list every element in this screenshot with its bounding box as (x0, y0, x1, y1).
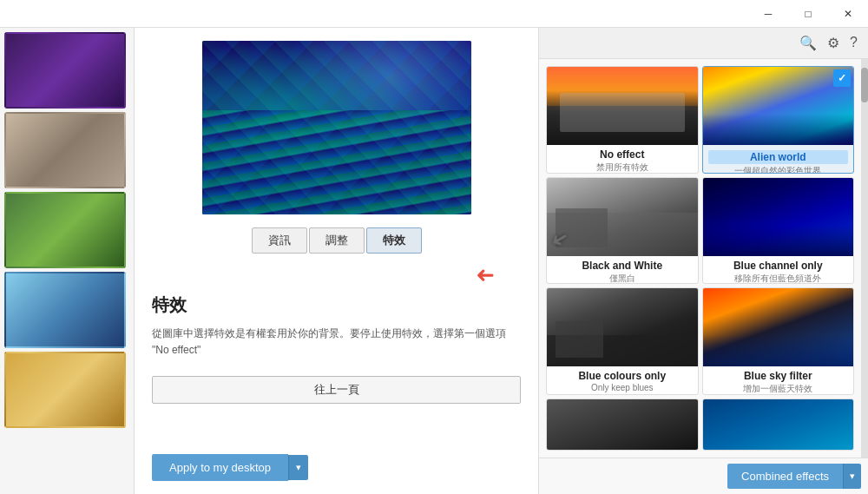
effect-card-blue-channel[interactable]: Blue channel only 移除所有但藍色頻道外 (702, 177, 855, 285)
effect-desc-no-effect: 禁用所有特效 (552, 161, 693, 174)
effect-name-blue-sky: Blue sky filter (708, 370, 849, 382)
apply-dropdown-button[interactable]: ▾ (288, 455, 308, 480)
effect-thumb-no-effect (547, 67, 698, 145)
title-bar: ─ □ ✕ (0, 0, 868, 28)
apply-row: Apply to my desktop ▾ (152, 454, 521, 481)
effect-name-blue-channel: Blue channel only (708, 260, 849, 272)
effect-label-alien-world: Alien world 一個超自然的彩色世界 (703, 145, 854, 174)
scrollbar-thumb[interactable] (861, 68, 868, 102)
selected-checkmark: ✓ (833, 69, 851, 87)
effect-label-blue-colours: Blue colours only Only keep blues (547, 366, 698, 394)
effect-desc-blue-sky: 增加一個藍天特效 (708, 383, 849, 395)
effect-name-blue-colours: Blue colours only (552, 370, 693, 382)
back-button[interactable]: 往上一頁 (152, 376, 521, 404)
apply-button[interactable]: Apply to my desktop (152, 454, 288, 481)
sidebar-thumbnail-3[interactable] (4, 192, 126, 268)
scrollbar-track (861, 59, 868, 458)
effect-card-partial-1[interactable] (546, 398, 699, 451)
preview-image (202, 41, 471, 214)
top-toolbar: 🔍 ⚙ ? (539, 28, 868, 59)
tab-info[interactable]: 資訊 (252, 227, 307, 254)
sidebar-thumbnail-5[interactable] (4, 352, 126, 428)
effect-desc-blue-colours: Only keep blues (552, 383, 693, 392)
section-title: 特效 (152, 293, 521, 317)
section-description: 從圖庫中選擇特效是有權套用於你的背景。要停止使用特效，選擇第一個選項 "No e… (152, 326, 521, 359)
effect-name-no-effect: No effect (552, 148, 693, 161)
effect-label-blue-sky: Blue sky filter 增加一個藍天特效 (703, 366, 854, 395)
minimize-button[interactable]: ─ (748, 0, 788, 28)
sidebar (0, 28, 135, 494)
effect-desc-alien-world: 一個超自然的彩色世界 (708, 165, 849, 174)
effect-name-alien-world: Alien world (708, 150, 849, 164)
search-icon[interactable]: 🔍 (799, 35, 817, 51)
tab-adjust[interactable]: 調整 (309, 227, 365, 254)
effect-card-black-and-white[interactable]: ➜ Black and White 僅黑白 (546, 177, 699, 285)
effect-card-partial-2[interactable] (702, 398, 855, 451)
effect-label-blue-channel: Blue channel only 移除所有但藍色頻道外 (703, 256, 854, 285)
effect-desc-black-and-white: 僅黑白 (552, 273, 693, 285)
tab-effects[interactable]: 特效 (366, 227, 422, 254)
effect-label-black-and-white: Black and White 僅黑白 (547, 256, 698, 285)
effect-card-blue-colours[interactable]: Blue colours only Only keep blues (546, 287, 699, 395)
center-panel: 資訊 調整 特效 ➜ 特效 從圖庫中選擇特效是有權套用於你的背景。要停止使用特效… (135, 28, 538, 494)
help-icon[interactable]: ? (850, 35, 858, 51)
effects-bottom: Combined effects ▾ (539, 458, 868, 494)
effect-card-blue-sky[interactable]: Blue sky filter 增加一個藍天特效 (702, 287, 855, 395)
effect-label-no-effect: No effect 禁用所有特效 (547, 145, 698, 174)
effect-desc-blue-channel: 移除所有但藍色頻道外 (708, 273, 849, 285)
tab-row: 資訊 調整 特效 (152, 227, 521, 254)
sidebar-thumbnail-2[interactable] (4, 112, 126, 188)
effect-thumb-blue-channel (703, 178, 854, 256)
effect-thumb-partial-2 (703, 399, 854, 451)
effect-card-no-effect[interactable]: No effect 禁用所有特效 (546, 66, 699, 174)
combined-effects-dropdown[interactable]: ▾ (843, 464, 861, 489)
effect-thumb-black-and-white: ➜ (547, 178, 698, 256)
close-button[interactable]: ✕ (828, 0, 868, 28)
main-content: 資訊 調整 特效 ➜ 特效 從圖庫中選擇特效是有權套用於你的背景。要停止使用特效… (0, 28, 868, 494)
combined-effects-button[interactable]: Combined effects (727, 464, 843, 489)
effect-card-alien-world[interactable]: ✓ Alien world 一個超自然的彩色世界 (702, 66, 855, 174)
effect-name-black-and-white: Black and White (552, 260, 693, 272)
maximize-button[interactable]: □ (788, 0, 828, 28)
effect-thumb-alien-world: ✓ (703, 67, 854, 145)
right-panel: 🔍 ⚙ ? No effect 禁用所有特效 (538, 28, 868, 494)
effect-thumb-blue-colours (547, 288, 698, 366)
gear-icon[interactable]: ⚙ (827, 35, 839, 51)
effect-thumb-partial-1 (547, 399, 698, 451)
sidebar-thumbnail-4[interactable] (4, 272, 126, 348)
sidebar-thumbnail-1[interactable] (4, 32, 126, 109)
arrow-indicator-icon: ➜ (476, 262, 495, 289)
effects-grid: No effect 禁用所有特效 ✓ Alien world 一個超自然的彩色世… (539, 59, 861, 458)
effect-thumb-blue-sky (703, 288, 854, 366)
